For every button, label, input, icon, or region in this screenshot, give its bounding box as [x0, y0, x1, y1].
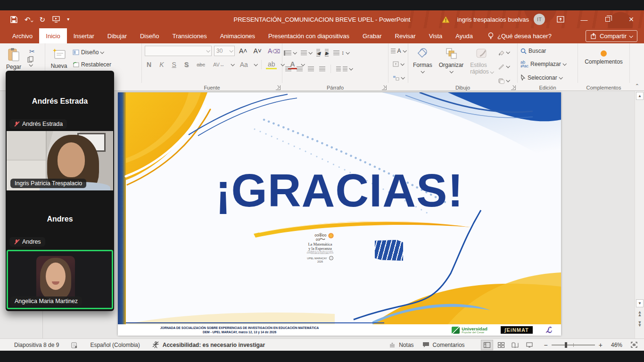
next-slide-button[interactable]: ▼▼: [636, 321, 643, 327]
slide-title[interactable]: ¡GRACIAS!: [118, 164, 561, 217]
line-spacing-button[interactable]: ↕: [333, 47, 349, 58]
decrease-indent-icon[interactable]: ◂: [316, 49, 320, 58]
replace-button[interactable]: ab⇄ac Reemplazar: [520, 59, 566, 69]
quick-styles-button[interactable]: Estilosrápidos: [468, 46, 495, 77]
font-name-combo[interactable]: [145, 46, 212, 56]
tab-presentacion[interactable]: Presentación con diapositivas: [262, 28, 356, 43]
highlight-color-button[interactable]: ab: [266, 60, 277, 69]
align-left-icon[interactable]: [285, 66, 291, 72]
underline-button[interactable]: S: [170, 61, 178, 68]
text-direction-button[interactable]: A: [391, 46, 406, 56]
fit-to-window-button[interactable]: [631, 342, 637, 348]
decrease-font-icon[interactable]: A˅: [252, 47, 264, 55]
reset-slide-button[interactable]: Restablecer: [73, 59, 111, 70]
paste-button[interactable]: Pegar: [3, 46, 25, 72]
char-spacing-button[interactable]: AV↔: [211, 62, 227, 67]
increase-font-icon[interactable]: A˄: [237, 47, 249, 55]
tab-revisar[interactable]: Revisar: [388, 28, 422, 43]
shapes-button[interactable]: Formas: [411, 46, 434, 75]
avatar[interactable]: IT: [534, 14, 545, 25]
reading-view-button[interactable]: [509, 340, 521, 350]
tell-me-search[interactable]: ¿Qué desea hacer?: [488, 28, 552, 43]
zoom-in-button[interactable]: +: [599, 341, 603, 349]
change-case-button[interactable]: Aa: [238, 61, 250, 68]
justify-icon[interactable]: [319, 66, 325, 72]
tab-insertar[interactable]: Insertar: [67, 28, 101, 43]
zoom-percentage[interactable]: 46%: [611, 342, 622, 348]
previous-slide-button[interactable]: ▲▲: [636, 311, 643, 316]
minimize-button[interactable]: —: [576, 11, 592, 27]
bullets-button[interactable]: [285, 47, 296, 58]
active-speaker-video[interactable]: Angelica Maria Martinez: [7, 250, 113, 309]
align-center-icon[interactable]: [297, 66, 303, 72]
close-button[interactable]: ×: [623, 11, 639, 27]
tab-dibujar[interactable]: Dibujar: [101, 28, 133, 43]
slide-number-indicator[interactable]: Diapositiva 8 de 9: [14, 342, 59, 348]
drawing-dialog-launcher-icon[interactable]: [511, 85, 516, 90]
copy-icon[interactable]: [27, 56, 37, 63]
undo-icon[interactable]: ↶: [25, 16, 33, 23]
font-size-combo[interactable]: 30: [214, 46, 235, 56]
increase-indent-icon[interactable]: ▸: [325, 49, 329, 58]
find-button[interactable]: Buscar: [520, 46, 546, 56]
zoom-slider[interactable]: [552, 345, 595, 346]
columns-button[interactable]: [336, 63, 352, 74]
arrange-button[interactable]: Organizar: [437, 46, 466, 75]
notes-button[interactable]: Notas: [389, 342, 413, 348]
addins-button[interactable]: Complementos: [583, 46, 625, 67]
select-button[interactable]: Seleccionar: [520, 73, 562, 83]
bold-button[interactable]: N: [145, 61, 153, 68]
zoom-slider-thumb[interactable]: [565, 342, 567, 348]
accessibility-status[interactable]: Accesibilidad: es necesario investigar: [152, 341, 265, 348]
tab-vista[interactable]: Vista: [422, 28, 449, 43]
shape-fill-button[interactable]: [498, 47, 509, 58]
tab-animaciones[interactable]: Animaciones: [214, 28, 262, 43]
scroll-down-button[interactable]: ▼: [636, 299, 644, 307]
normal-view-button[interactable]: [481, 340, 493, 350]
save-icon[interactable]: [10, 16, 17, 23]
tab-inicio[interactable]: Inicio: [39, 28, 66, 43]
slide-sorter-view-button[interactable]: [495, 340, 507, 350]
shape-outline-button[interactable]: [498, 61, 509, 72]
language-indicator[interactable]: Español (Colombia): [90, 342, 140, 348]
redo-icon[interactable]: ↻: [40, 16, 46, 23]
new-slide-button[interactable]: Nueva: [48, 46, 70, 71]
text-shadow-button[interactable]: S: [182, 61, 190, 68]
spellcheck-icon[interactable]: [71, 342, 78, 348]
ribbon-display-options-button[interactable]: [553, 11, 569, 27]
slide-scrollbar[interactable]: ▲ ▼ ▲▲ ▼▼: [635, 91, 644, 338]
tab-diseno[interactable]: Diseño: [133, 28, 165, 43]
participant-video[interactable]: Ingris Patricia Trespalacio: [7, 131, 113, 190]
comments-button[interactable]: Comentarios: [422, 342, 465, 348]
align-right-icon[interactable]: [308, 66, 314, 72]
meeting-panel[interactable]: Andrés Estrada Andrés Estrada Ingris Pat…: [6, 71, 114, 311]
convert-smartart-button[interactable]: [393, 73, 404, 83]
start-presentation-icon[interactable]: [52, 16, 60, 23]
restore-button[interactable]: [600, 11, 616, 27]
paragraph-dialog-launcher-icon[interactable]: [382, 85, 387, 90]
numbering-button[interactable]: [301, 47, 312, 58]
share-button[interactable]: Compartir: [586, 30, 637, 42]
slideshow-view-button[interactable]: [523, 340, 536, 350]
participant-tile-no-video[interactable]: Andres Andres: [6, 190, 114, 249]
collapse-ribbon-icon[interactable]: ⌃: [635, 83, 639, 89]
slide-layout-button[interactable]: Diseño: [73, 47, 111, 58]
account-area[interactable]: ingris trespalacios buelvas IT: [457, 14, 545, 25]
clear-format-icon[interactable]: A⌫: [266, 47, 282, 55]
participant-tile-no-video[interactable]: Andrés Estrada Andrés Estrada: [6, 71, 114, 131]
scroll-up-button[interactable]: ▲: [636, 92, 644, 100]
font-dialog-launcher-icon[interactable]: [276, 85, 281, 90]
tab-grabar[interactable]: Grabar: [356, 28, 388, 43]
tab-transiciones[interactable]: Transiciones: [165, 28, 213, 43]
qat-customize-icon[interactable]: ▾: [67, 17, 69, 22]
paste-options-chevron-icon[interactable]: [29, 63, 33, 66]
strikethrough-button[interactable]: abc: [195, 62, 207, 67]
align-text-button[interactable]: [393, 59, 404, 69]
zoom-out-button[interactable]: −: [544, 341, 548, 349]
slide-canvas[interactable]: ¡GRACIAS! ∞⁜∞∞〜 La Matemáticay la Espera…: [118, 92, 561, 336]
tab-archivo[interactable]: Archivo: [6, 28, 39, 43]
italic-button[interactable]: K: [157, 61, 165, 68]
cut-icon[interactable]: ✂: [27, 48, 37, 55]
tab-ayuda[interactable]: Ayuda: [449, 28, 479, 43]
autosave-warning-icon[interactable]: [442, 16, 450, 23]
